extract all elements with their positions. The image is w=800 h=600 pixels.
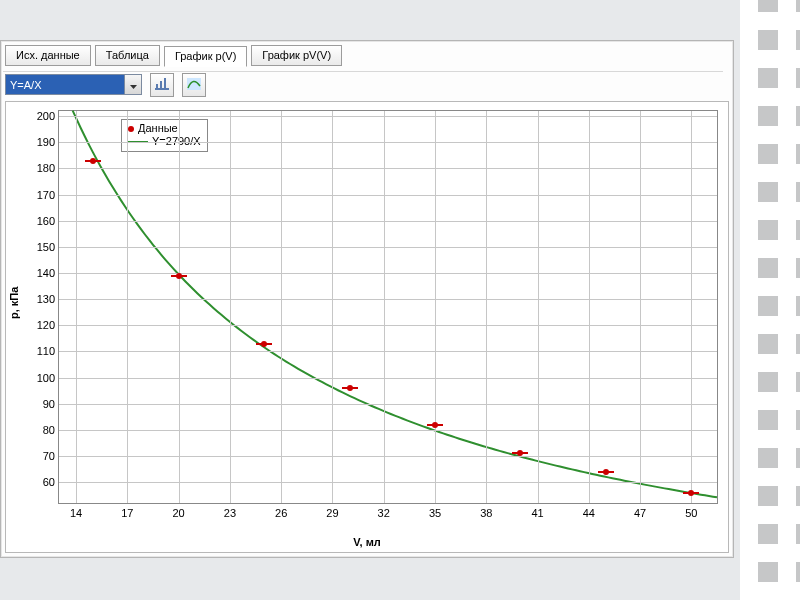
gridline xyxy=(332,111,333,503)
x-tick: 38 xyxy=(480,503,492,519)
legend: Данные Y=2790/X xyxy=(121,119,208,152)
gridline xyxy=(59,221,717,222)
y-tick: 70 xyxy=(43,450,59,462)
gridline xyxy=(59,351,717,352)
legend-data-label: Данные xyxy=(138,122,178,135)
x-tick: 17 xyxy=(121,503,133,519)
gridline xyxy=(435,111,436,503)
chevron-down-icon xyxy=(130,79,137,91)
y-tick: 180 xyxy=(37,162,59,174)
x-tick: 29 xyxy=(326,503,338,519)
chart-container: p, кПа Данные Y=2790/X 60708090100110120… xyxy=(5,101,729,553)
y-tick: 90 xyxy=(43,398,59,410)
y-tick: 110 xyxy=(37,345,59,357)
svg-marker-0 xyxy=(130,85,137,89)
svg-rect-1 xyxy=(155,88,169,90)
gridline xyxy=(59,247,717,248)
gridline xyxy=(59,456,717,457)
y-tick: 130 xyxy=(37,293,59,305)
y-tick: 60 xyxy=(43,476,59,488)
tab-table[interactable]: Таблица xyxy=(95,45,160,66)
legend-marker-icon xyxy=(128,126,134,132)
gridline xyxy=(281,111,282,503)
gridline xyxy=(59,378,717,379)
x-tick: 50 xyxy=(685,503,697,519)
x-tick: 26 xyxy=(275,503,287,519)
x-tick: 32 xyxy=(378,503,390,519)
tab-raw[interactable]: Исх. данные xyxy=(5,45,91,66)
gridline xyxy=(59,430,717,431)
svg-rect-2 xyxy=(156,84,158,88)
tab-pv[interactable]: График p(V) xyxy=(164,46,247,67)
fit-function-field[interactable] xyxy=(6,75,124,94)
gridline xyxy=(384,111,385,503)
x-tick: 35 xyxy=(429,503,441,519)
x-tick: 20 xyxy=(173,503,185,519)
gridline xyxy=(59,273,717,274)
svg-rect-3 xyxy=(160,81,162,88)
gridline xyxy=(59,482,717,483)
gridline xyxy=(59,116,717,117)
tab-pvv[interactable]: График pV(V) xyxy=(251,45,342,66)
gridline xyxy=(589,111,590,503)
x-tick: 44 xyxy=(583,503,595,519)
x-tick: 14 xyxy=(70,503,82,519)
y-tick: 170 xyxy=(37,189,59,201)
gridline xyxy=(179,111,180,503)
gridline xyxy=(59,142,717,143)
gridline xyxy=(59,325,717,326)
gridline xyxy=(691,111,692,503)
fit-function-combo[interactable] xyxy=(5,74,142,95)
svg-rect-4 xyxy=(164,78,166,88)
y-tick: 160 xyxy=(37,215,59,227)
gridline xyxy=(59,195,717,196)
window-shadow-pattern xyxy=(740,0,800,600)
gridline xyxy=(59,168,717,169)
fit-curve-button[interactable] xyxy=(182,73,206,97)
gridline xyxy=(538,111,539,503)
y-axis-label: p, кПа xyxy=(8,102,24,504)
gridline xyxy=(640,111,641,503)
y-tick: 100 xyxy=(37,372,59,384)
plot-area[interactable]: Данные Y=2790/X 607080901001101201301401… xyxy=(58,110,718,504)
fit-curve xyxy=(59,111,717,503)
y-tick: 120 xyxy=(37,319,59,331)
y-tick: 200 xyxy=(37,110,59,122)
chart-icon xyxy=(155,78,169,92)
y-tick: 190 xyxy=(37,136,59,148)
gridline xyxy=(127,111,128,503)
x-tick: 41 xyxy=(531,503,543,519)
gridline xyxy=(59,404,717,405)
app-panel: Исх. данныеТаблицаГрафик p(V)График pV(V… xyxy=(0,40,734,558)
gridline xyxy=(486,111,487,503)
gridline xyxy=(59,299,717,300)
chart-toolbar xyxy=(3,71,723,97)
gridline xyxy=(230,111,231,503)
y-tick: 150 xyxy=(37,241,59,253)
combo-dropdown-button[interactable] xyxy=(124,75,141,94)
x-axis-label: V, мл xyxy=(6,536,728,548)
tab-strip: Исх. данныеТаблицаГрафик p(V)График pV(V… xyxy=(5,45,342,66)
y-tick: 140 xyxy=(37,267,59,279)
x-tick: 23 xyxy=(224,503,236,519)
gridline xyxy=(76,111,77,503)
curve-icon xyxy=(187,78,201,92)
x-tick: 47 xyxy=(634,503,646,519)
y-tick: 80 xyxy=(43,424,59,436)
chart-settings-button[interactable] xyxy=(150,73,174,97)
